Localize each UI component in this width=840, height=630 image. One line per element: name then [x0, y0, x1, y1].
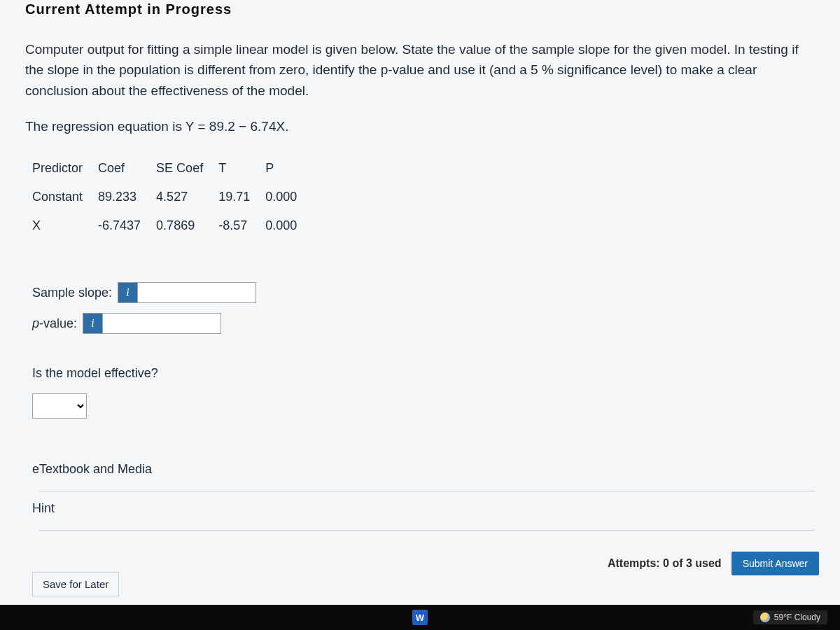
pvalue-p: p: [32, 316, 39, 330]
info-icon[interactable]: i: [118, 282, 137, 303]
regression-equation: The regression equation is Y = 89.2 − 6.…: [25, 119, 815, 134]
pvalue-label: p-value:: [32, 316, 77, 331]
weather-widget[interactable]: 59°F Cloudy: [753, 610, 827, 624]
attempt-header: Current Attempt in Progress: [25, 0, 815, 25]
taskbar: W 59°F Cloudy: [0, 605, 840, 630]
info-icon[interactable]: i: [83, 313, 102, 334]
col-secoef: SE Coef: [156, 154, 218, 183]
weather-text: 59°F Cloudy: [774, 612, 820, 622]
cell-t: -8.57: [218, 211, 265, 240]
cell-t: 19.71: [218, 183, 265, 211]
regression-output-table: Predictor Coef SE Coef T P Constant 89.2…: [32, 154, 312, 240]
sample-slope-label: Sample slope:: [32, 286, 112, 300]
weather-icon: [760, 612, 770, 622]
col-coef: Coef: [98, 154, 156, 183]
model-effective-question: Is the model effective?: [32, 366, 815, 381]
cell-p: 0.000: [265, 183, 312, 211]
divider: [39, 530, 815, 531]
table-row: X -6.7437 0.7869 -8.57 0.000: [32, 211, 312, 240]
hint-link[interactable]: Hint: [32, 491, 815, 526]
col-p: P: [265, 154, 312, 183]
attempts-counter: Attempts: 0 of 3 used: [608, 557, 722, 570]
cell-p: 0.000: [265, 211, 312, 240]
cell-se: 0.7869: [156, 211, 218, 240]
word-app-icon[interactable]: W: [412, 610, 428, 625]
pvalue-input[interactable]: [102, 313, 221, 334]
etextbook-link[interactable]: eTextbook and Media: [32, 452, 815, 486]
question-prompt: Computer output for fitting a simple lin…: [25, 39, 815, 101]
cell-coef: -6.7437: [98, 211, 156, 240]
col-t: T: [218, 154, 265, 183]
pvalue-suffix: -value:: [39, 316, 77, 330]
pvalue-row: p-value: i: [32, 313, 815, 334]
cell-predictor: Constant: [32, 183, 98, 211]
cell-predictor: X: [32, 211, 98, 240]
sample-slope-row: Sample slope: i: [32, 282, 815, 303]
equation-expression: Y = 89.2 − 6.74X.: [186, 119, 289, 134]
cell-coef: 89.233: [98, 183, 156, 211]
sample-slope-input[interactable]: [137, 282, 256, 303]
model-effective-select[interactable]: [32, 393, 87, 419]
equation-prefix: The regression equation is: [25, 119, 186, 134]
save-for-later-button[interactable]: Save for Later: [32, 572, 119, 596]
submit-answer-button[interactable]: Submit Answer: [732, 552, 819, 575]
table-row: Constant 89.233 4.527 19.71 0.000: [32, 183, 312, 211]
cell-se: 4.527: [156, 183, 218, 211]
col-predictor: Predictor: [32, 154, 98, 183]
